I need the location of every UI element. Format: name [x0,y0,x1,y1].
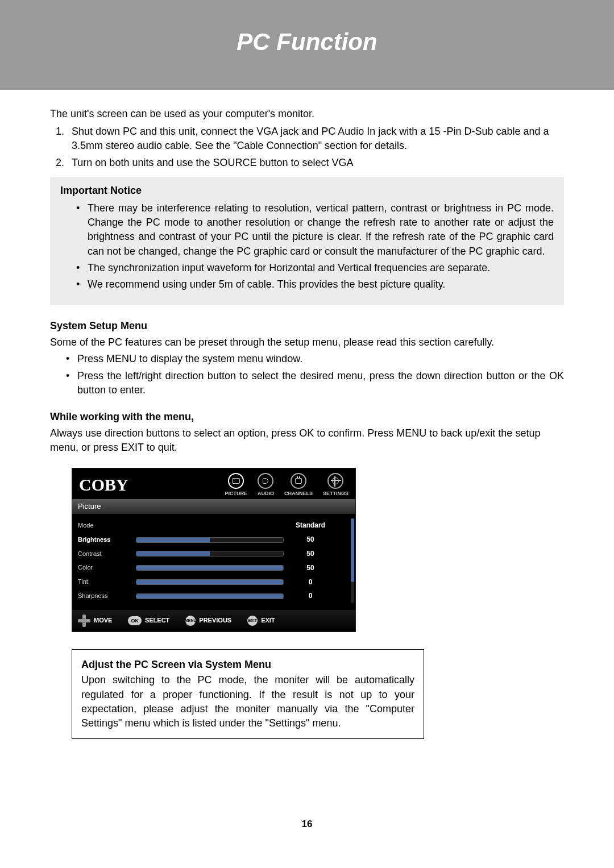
page-title: PC Function [0,28,614,56]
osd-logo: COBY [79,473,220,497]
picture-icon [228,473,244,489]
tab-audio-label: AUDIO [258,490,274,497]
osd-slider-tint[interactable] [136,579,284,585]
osd-label-brightness: Brightness [78,535,129,544]
ok-button-icon: OK [128,616,142,626]
osd-exit-label: EXIT [261,616,275,625]
working-body: Always use direction buttons to select a… [50,426,564,455]
channels-icon [291,473,306,489]
step-2-num: 2. [56,156,72,170]
page-number: 16 [0,762,614,853]
osd-foot-move: MOVE [78,614,112,627]
osd-row-tint[interactable]: Tint 0 [78,575,350,589]
menu-button-icon: MENU [185,616,196,626]
osd-slider-color[interactable] [136,565,284,571]
osd-row-mode[interactable]: Mode Standard [78,518,350,533]
audio-icon [258,473,273,489]
settings-icon [327,473,343,489]
osd-foot-previous: MENU PREVIOUS [185,616,231,626]
page-header: PC Function [0,0,614,90]
osd-value-tint: 0 [291,578,330,587]
tab-audio[interactable]: AUDIO [258,473,274,497]
osd-select-label: SELECT [145,616,169,625]
step-1-num: 1. [56,124,72,153]
step-2: 2. Turn on both units and use the SOURCE… [50,156,564,170]
notice-title: Important Notice [60,184,554,198]
osd-row-brightness[interactable]: Brightness 50 [78,533,350,547]
step-1-text: Shut down PC and this unit, connect the … [72,124,564,153]
osd-value-sharpness: 0 [291,591,330,601]
osd-label-sharpness: Sharpness [78,592,129,600]
osd-footer: MOVE OK SELECT MENU PREVIOUS EXIT EXIT [72,610,355,632]
osd-scrollbar[interactable] [351,518,354,603]
tab-picture-label: PICTURE [225,490,247,497]
osd-label-mode: Mode [78,521,129,530]
system-menu-intro: Some of the PC features can be preset th… [50,335,564,350]
osd-slider-contrast[interactable] [136,551,284,556]
osd-foot-select: OK SELECT [128,616,169,626]
adjust-box: Adjust the PC Screen via System Menu Upo… [72,649,424,739]
osd-row-color[interactable]: Color 50 [78,561,350,575]
notice-bullet-3: We recommend using under 5m of cable. Th… [70,277,554,292]
osd-slider-brightness[interactable] [136,537,284,543]
osd-section-header: Picture [72,499,355,514]
osd-value-contrast: 50 [291,549,330,559]
osd-label-color: Color [78,563,129,572]
intro-text: The unit's screen can be used as your co… [50,107,564,121]
osd-body: Mode Standard Brightness 50 Contrast 50 … [72,514,355,610]
tab-settings-label: SETTINGS [323,490,349,497]
osd-tabs: PICTURE AUDIO CHANNELS SETTINGS [225,473,349,497]
tab-channels[interactable]: CHANNELS [284,473,313,497]
step-1: 1. Shut down PC and this unit, connect t… [50,124,564,153]
important-notice-box: Important Notice There may be interferen… [50,177,564,305]
notice-bullet-2: The synchronization input waveform for H… [70,261,554,275]
osd-previous-label: PREVIOUS [199,616,231,625]
dpad-icon [78,614,90,627]
working-heading: While working with the menu, [50,410,564,424]
adjust-body: Upon switching to the PC mode, the monit… [81,673,414,730]
tab-channels-label: CHANNELS [284,490,313,497]
osd-label-tint: Tint [78,578,129,586]
osd-value-color: 50 [291,563,330,573]
system-menu-bullet-1: Press MENU to display the system menu wi… [60,352,564,366]
osd-label-contrast: Contrast [78,550,129,558]
osd-value-brightness: 50 [291,535,330,545]
system-menu-bullet-2: Press the left/right direction button to… [60,369,564,397]
osd-slider-sharpness[interactable] [136,593,284,599]
exit-button-icon: EXIT [247,616,258,626]
system-menu-heading: System Setup Menu [50,319,564,333]
step-2-text: Turn on both units and use the SOURCE bu… [72,156,564,170]
osd-row-sharpness[interactable]: Sharpness 0 [78,589,350,603]
notice-bullet-1: There may be interference relating to re… [70,201,554,259]
osd-move-label: MOVE [94,616,112,625]
osd-menu: COBY PICTURE AUDIO CHANNELS SETTINGS [72,468,356,633]
tab-picture[interactable]: PICTURE [225,473,247,497]
osd-row-contrast[interactable]: Contrast 50 [78,547,350,561]
page-content: The unit's screen can be used as your co… [0,90,614,739]
osd-foot-exit: EXIT EXIT [247,616,275,626]
adjust-title: Adjust the PC Screen via System Menu [81,658,414,672]
tab-settings[interactable]: SETTINGS [323,473,349,497]
osd-value-mode: Standard [291,521,330,530]
osd-header: COBY PICTURE AUDIO CHANNELS SETTINGS [72,468,355,500]
